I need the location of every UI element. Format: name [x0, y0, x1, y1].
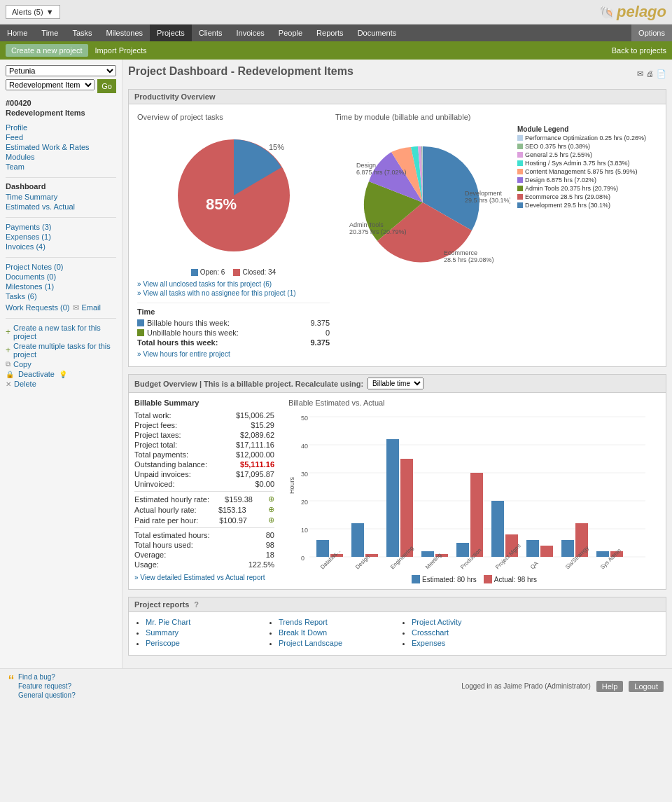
sidebar-milestones-link[interactable]: Milestones (1)	[6, 282, 116, 291]
delete-action[interactable]: ✕ Delete	[6, 379, 116, 389]
actual-legend-color	[484, 575, 492, 583]
usage-label: Usage:	[134, 560, 159, 569]
deactivate-action[interactable]: 🔒 Deactivate 💡	[6, 369, 116, 379]
project-landscape-link[interactable]: Project Landscape	[279, 639, 342, 647]
sidebar-tasks-link[interactable]: Tasks (6)	[6, 291, 116, 301]
options-button[interactable]: Options	[631, 25, 672, 41]
company-select[interactable]: Petunia	[6, 65, 116, 76]
unpaid-invoices-row: Unpaid invoices: $17,095.87	[134, 470, 274, 478]
periscope-link[interactable]: Periscope	[146, 639, 180, 647]
general-question-link[interactable]: General question?	[18, 691, 76, 699]
svg-rect-36	[491, 501, 504, 557]
svg-rect-35	[470, 473, 483, 557]
mr-pie-chart-link[interactable]: Mr. Pie Chart	[146, 618, 190, 626]
feature-request-link[interactable]: Feature request?	[18, 682, 76, 690]
svg-rect-39	[540, 546, 553, 557]
view-unclosed-link[interactable]: » View all unclosed tasks for this proje…	[137, 280, 272, 288]
expenses-link[interactable]: Expenses	[412, 639, 445, 647]
billable-row: Billable hours this week: 9.375	[137, 319, 330, 327]
logo-text: pelago	[617, 3, 666, 20]
project-select[interactable]: Redevelopment Item	[6, 79, 94, 90]
alerts-dropdown[interactable]: Alerts (5) ▼	[6, 5, 60, 19]
budget-divider	[134, 491, 274, 492]
summary-link[interactable]: Summary	[146, 628, 178, 637]
nav-people[interactable]: People	[272, 25, 309, 41]
sidebar-email-link[interactable]: Email	[82, 303, 102, 312]
sidebar-modules-link[interactable]: Modules	[6, 152, 116, 162]
tasks-chart: Overview of project tasks 85% 15%	[134, 110, 332, 361]
time-title: Time	[137, 307, 330, 316]
break-it-down-link[interactable]: Break It Down	[279, 628, 327, 637]
nav-invoices[interactable]: Invoices	[229, 25, 271, 41]
uninvoiced-label: Uninvoiced:	[134, 480, 174, 488]
trends-report-link[interactable]: Trends Report	[279, 618, 328, 626]
create-multiple-action[interactable]: + Create multiple tasks for this project	[6, 341, 116, 359]
svg-text:QA: QA	[529, 560, 540, 570]
project-activity-link[interactable]: Project Activity	[412, 618, 462, 626]
unpaid-invoices-value: $17,095.87	[225, 470, 274, 478]
sidebar-team-link[interactable]: Team	[6, 162, 116, 172]
find-bug-link[interactable]: Find a bug?	[18, 673, 76, 681]
print-action-icon[interactable]: 🖨	[646, 69, 654, 78]
svg-rect-32	[421, 551, 434, 557]
open-label: Open: 6	[200, 268, 225, 276]
project-fees-row: Project fees: $15.29	[134, 421, 274, 429]
create-task-action[interactable]: + Create a new task for this project	[6, 323, 116, 341]
sidebar-invoices-link[interactable]: Invoices (4)	[6, 242, 116, 251]
total-used-value: 98	[225, 541, 274, 549]
bar-chart-svg: 50 40 30 20 10 0 Hours	[288, 410, 652, 571]
legend-closed: Closed: 34	[233, 268, 276, 276]
sidebar-estimated-link[interactable]: Estimated Work & Rates	[6, 142, 116, 152]
back-to-projects-link[interactable]: Back to projects	[612, 46, 666, 55]
svg-text:20.375 hrs (20.79%): 20.375 hrs (20.79%)	[349, 228, 407, 235]
paid-rate-row: Paid rate per hour: $100.97 ⊕	[134, 516, 274, 525]
sidebar-feed-link[interactable]: Feed	[6, 132, 116, 142]
alerts-text: Alerts (5)	[12, 8, 43, 16]
sidebar-payments-link[interactable]: Payments (3)	[6, 222, 116, 232]
nav-reports[interactable]: Reports	[309, 25, 351, 41]
svg-rect-34	[456, 543, 469, 557]
svg-text:29.5 hrs (30.1%): 29.5 hrs (30.1%)	[465, 197, 510, 204]
nav-tasks[interactable]: Tasks	[65, 25, 99, 41]
nav-clients[interactable]: Clients	[192, 25, 230, 41]
view-no-assignee-link[interactable]: » View all tasks with no assignee for th…	[137, 289, 296, 297]
project-taxes-row: Project taxes: $2,089.62	[134, 431, 274, 439]
nav-time[interactable]: Time	[34, 25, 65, 41]
nav-milestones[interactable]: Milestones	[99, 25, 150, 41]
copy-action[interactable]: ⧉ Copy	[6, 359, 116, 369]
sidebar-profile-link[interactable]: Profile	[6, 123, 116, 132]
logout-button[interactable]: Logout	[629, 681, 664, 692]
create-project-button[interactable]: Create a new project	[6, 44, 88, 57]
unbillable-label: Unbillable hours this week:	[147, 329, 239, 337]
email-action-icon[interactable]: ✉	[637, 69, 643, 78]
export-action-icon[interactable]: 📄	[657, 69, 666, 78]
nav-documents[interactable]: Documents	[351, 25, 404, 41]
main-content: Project Dashboard - Redevelopment Items …	[122, 60, 672, 668]
total-work-label: Total work:	[134, 411, 172, 420]
sidebar-work-requests-link[interactable]: Work Requests (0)	[6, 303, 70, 312]
nav-projects[interactable]: Projects	[150, 25, 192, 41]
sidebar-documents-link[interactable]: Documents (0)	[6, 272, 116, 282]
import-projects-link[interactable]: Import Projects	[95, 46, 147, 55]
svg-rect-40	[561, 540, 574, 557]
recalculate-select[interactable]: Billable time	[368, 378, 424, 389]
sidebar-project-select: Redevelopment Item Go	[6, 79, 116, 93]
task-links: » View all unclosed tasks for this proje…	[137, 280, 330, 297]
view-hours-link[interactable]: » View hours for entire project	[137, 350, 230, 358]
budget-panel: Budget Overview | This is a billable pro…	[128, 374, 666, 590]
crosschart-link[interactable]: Crosschart	[412, 628, 449, 637]
total-estimated-value: 80	[225, 531, 274, 539]
nav-home[interactable]: Home	[0, 25, 34, 41]
go-button[interactable]: Go	[97, 79, 116, 93]
sidebar-estimated-vs-actual-link[interactable]: Estimated vs. Actual	[6, 202, 116, 212]
help-button[interactable]: Help	[596, 681, 624, 692]
sidebar-time-summary-link[interactable]: Time Summary	[6, 192, 116, 202]
total-work-value: $15,006.25	[225, 411, 274, 420]
logged-in-text: Logged in as Jaime Prado (Administrator)	[461, 682, 591, 690]
view-detailed-link[interactable]: » View detailed Estimated vs Actual repo…	[134, 574, 265, 581]
svg-text:Admin Tools: Admin Tools	[349, 221, 384, 228]
closed-color	[233, 269, 240, 276]
sidebar-expenses-link[interactable]: Expenses (1)	[6, 232, 116, 242]
overage-label: Overage:	[134, 551, 166, 559]
sidebar-project-notes-link[interactable]: Project Notes (0)	[6, 262, 116, 272]
